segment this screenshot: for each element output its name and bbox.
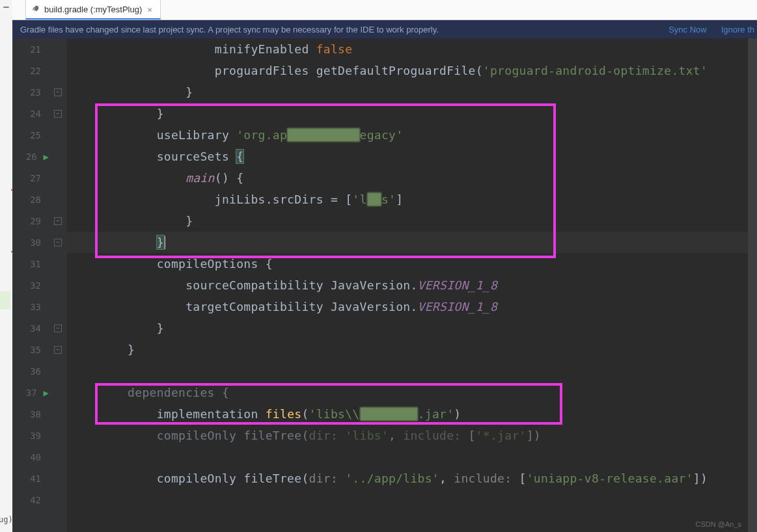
code-line[interactable]: } <box>67 103 164 124</box>
line-number[interactable]: 24 <box>12 103 49 124</box>
fold-toggle-icon[interactable]: − <box>54 325 62 332</box>
line-number[interactable]: 30 <box>12 232 49 253</box>
fold-cell[interactable] <box>49 38 67 60</box>
line-number[interactable]: 26▶ <box>12 146 49 167</box>
line-number[interactable]: 37▶ <box>12 382 49 403</box>
code-line[interactable]: minifyEnabled false <box>67 38 352 60</box>
run-gutter-icon[interactable]: ▶ <box>44 388 49 398</box>
line-number[interactable]: 31 <box>12 253 49 274</box>
line-number[interactable]: 22 <box>12 60 49 81</box>
code-token: false <box>316 42 353 56</box>
code-line[interactable]: compileOnly fileTree(dir: '../app/libs',… <box>67 468 708 489</box>
fold-cell[interactable] <box>49 360 67 382</box>
code-token: [ <box>519 472 527 485</box>
line-number[interactable]: 41 <box>12 468 49 489</box>
code-line[interactable]: main() { <box>67 167 243 189</box>
fold-cell[interactable] <box>49 253 67 274</box>
close-icon[interactable]: × <box>146 5 154 14</box>
fold-cell[interactable]: − <box>49 210 67 232</box>
code-token: sourceSets <box>157 150 237 163</box>
line-number[interactable]: 29 <box>12 210 49 232</box>
fold-cell[interactable] <box>49 296 67 317</box>
fold-toggle-icon[interactable]: − <box>54 88 62 96</box>
code-line[interactable]: } <box>67 232 165 253</box>
tab-title: build.gradle (:myTestPlug) <box>44 5 142 14</box>
fold-cell[interactable]: − <box>49 317 67 339</box>
fold-cell[interactable] <box>49 124 67 146</box>
fold-cell[interactable] <box>49 274 67 296</box>
line-number[interactable]: 38 <box>12 403 49 425</box>
fold-cell[interactable] <box>49 489 67 511</box>
code-token: 'l <box>352 193 366 206</box>
fold-cell[interactable] <box>49 189 67 210</box>
line-number[interactable]: 39 <box>12 425 49 446</box>
code-line[interactable]: compileOnly fileTree(dir: 'libs', includ… <box>67 425 541 446</box>
code-token: { <box>236 150 243 163</box>
fold-toggle-icon[interactable]: − <box>54 110 62 118</box>
line-number[interactable]: 28 <box>12 189 49 210</box>
code-line[interactable]: } <box>67 81 193 103</box>
sync-now-link[interactable]: Sync Now <box>668 25 707 34</box>
code-token: VERSION_1_8 <box>418 300 498 313</box>
line-number[interactable]: 25 <box>12 124 49 146</box>
fold-cell[interactable]: − <box>49 339 67 360</box>
fold-cell[interactable] <box>49 468 67 489</box>
code-line[interactable]: } <box>67 210 193 232</box>
code-line[interactable] <box>67 446 70 468</box>
minimize-icon[interactable]: — <box>3 2 8 11</box>
fold-cell[interactable] <box>49 60 67 81</box>
code-line[interactable]: jniLibs.srcDirs = ['libs'] <box>67 189 403 210</box>
code-line[interactable]: sourceSets { <box>67 146 243 167</box>
code-token: VERSION_1_8 <box>418 278 498 292</box>
code-token: () { <box>215 171 244 185</box>
line-number[interactable]: 34 <box>12 317 49 339</box>
fold-toggle-icon[interactable]: − <box>54 217 62 225</box>
line-number[interactable]: 36 <box>12 360 49 382</box>
code-line[interactable]: implementation files('libs\\jxxxxxxx.jar… <box>67 403 461 425</box>
fold-cell[interactable] <box>49 146 67 167</box>
code-line[interactable]: dependencies { <box>67 382 229 403</box>
code-token: ( <box>301 407 309 421</box>
code-line[interactable]: targetCompatibility JavaVersion.VERSION_… <box>67 296 497 317</box>
code-line[interactable]: } <box>67 339 135 360</box>
fold-cell[interactable] <box>49 403 67 425</box>
tool-window-strip[interactable]: — ug) <box>0 0 12 532</box>
fold-toggle-icon[interactable]: − <box>54 346 62 354</box>
code-token: ]) <box>527 429 541 442</box>
fold-cell[interactable]: − <box>49 232 67 253</box>
fold-cell[interactable] <box>49 425 67 446</box>
gradle-file-icon <box>31 5 40 14</box>
code-line[interactable]: sourceCompatibility JavaVersion.VERSION_… <box>67 274 497 296</box>
toolwindow-label[interactable]: ug) <box>0 515 13 524</box>
line-number[interactable]: 35 <box>12 339 49 360</box>
line-number[interactable]: 33 <box>12 296 49 317</box>
code-line[interactable]: } <box>67 317 164 339</box>
fold-cell[interactable] <box>49 446 67 468</box>
code-token: implementation <box>157 407 266 421</box>
code-line[interactable] <box>67 360 70 382</box>
fold-cell[interactable]: − <box>49 81 67 103</box>
line-number[interactable]: 21 <box>12 38 49 60</box>
code-token: , <box>389 429 403 442</box>
fold-cell[interactable] <box>49 167 67 189</box>
code-line[interactable]: useLibrary 'org.apxxxx xxxxxegacy' <box>67 124 403 146</box>
ignore-link[interactable]: Ignore th <box>721 25 754 34</box>
line-number[interactable]: 40 <box>12 446 49 468</box>
fold-cell[interactable] <box>49 382 67 403</box>
fold-column[interactable]: −−−−−− <box>49 38 67 532</box>
vertical-scrollbar[interactable] <box>748 38 757 532</box>
line-number[interactable]: 23 <box>12 81 49 103</box>
line-number[interactable]: 42 <box>12 489 49 511</box>
code-line[interactable]: proguardFiles getDefaultProguardFile('pr… <box>67 60 708 81</box>
editor-tab-active[interactable]: build.gradle (:myTestPlug) × <box>25 0 161 20</box>
run-gutter-icon[interactable]: ▶ <box>44 152 49 162</box>
code-area[interactable]: CSDN @An_s minifyEnabled false proguardF… <box>67 38 748 532</box>
code-line[interactable] <box>67 489 70 511</box>
code-line[interactable]: compileOptions { <box>67 253 273 274</box>
fold-cell[interactable]: − <box>49 103 67 124</box>
line-number[interactable]: 32 <box>12 274 49 296</box>
line-number[interactable]: 27 <box>12 167 49 189</box>
line-number-gutter[interactable]: 212223242526▶2728293031323334353637▶3839… <box>12 38 49 532</box>
code-editor[interactable]: 212223242526▶2728293031323334353637▶3839… <box>12 38 757 532</box>
fold-toggle-icon[interactable]: − <box>54 239 62 246</box>
